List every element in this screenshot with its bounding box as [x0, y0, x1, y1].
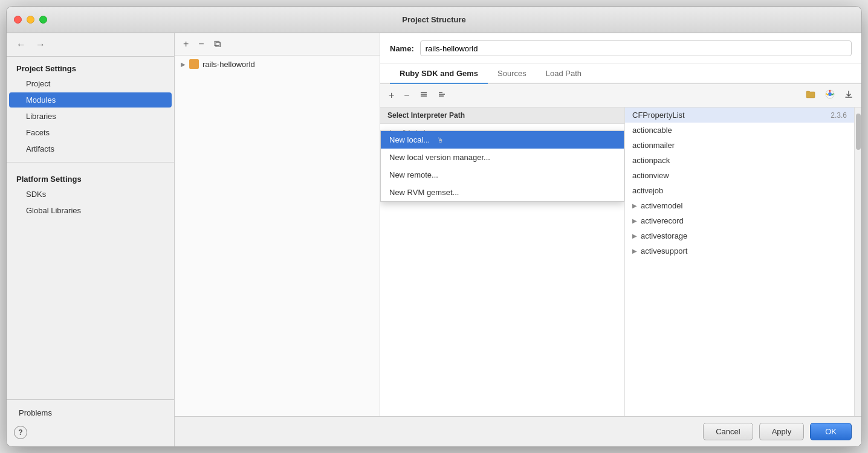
gem-name: actionmailer	[632, 141, 847, 150]
gem-expand-icon: ▶	[632, 248, 637, 254]
gem-item[interactable]: ▶ activestorage	[625, 228, 854, 243]
tab-ruby-sdk[interactable]: Ruby SDK and Gems	[390, 64, 488, 84]
name-row: Name:	[380, 33, 861, 64]
project-settings-header: Project Settings	[7, 57, 174, 76]
module-arrow-icon: ▶	[181, 61, 186, 68]
sidebar-nav: ← →	[7, 33, 174, 57]
svg-line-9	[826, 94, 829, 95]
gem-item[interactable]: actionview	[625, 168, 854, 183]
sdk-panel: Select Interpreter Path /usr/bin/ruby Ne…	[380, 108, 861, 416]
gem-name: activejob	[632, 186, 847, 195]
svg-line-10	[832, 94, 834, 95]
move-up-icon	[419, 90, 428, 98]
module-name: rails-helloworld	[202, 60, 255, 69]
gem-item[interactable]: actioncable	[625, 123, 854, 138]
gem-name: actioncable	[632, 126, 847, 135]
back-button[interactable]: ←	[14, 38, 28, 51]
gems-list: CFPropertyList 2.3.6 actioncable actionm…	[625, 108, 854, 416]
dropdown-item-new-rvm[interactable]: New RVM gemset...	[381, 184, 624, 201]
gem-expand-icon: ▶	[632, 233, 637, 239]
maximize-button[interactable]	[39, 16, 47, 24]
module-folder-icon	[189, 59, 199, 69]
interpreter-dropdown[interactable]: New local... 🖱 New local version manager…	[380, 130, 624, 202]
gem-item[interactable]: actionmailer	[625, 138, 854, 153]
tab-load-path[interactable]: Load Path	[536, 64, 591, 84]
close-button[interactable]	[14, 16, 22, 24]
ok-button[interactable]: OK	[810, 423, 852, 440]
module-item[interactable]: ▶ rails-helloworld	[175, 56, 380, 72]
titlebar: Project Structure	[7, 7, 861, 33]
cancel-button[interactable]: Cancel	[703, 423, 753, 440]
sidebar: ← → Project Settings Project Modules Lib…	[7, 33, 175, 446]
sidebar-item-global-libraries[interactable]: Global Libraries	[9, 203, 172, 218]
sidebar-divider-2	[7, 399, 174, 400]
chrome-icon	[825, 89, 835, 99]
sdk-chrome-button[interactable]	[821, 88, 838, 103]
sidebar-item-modules[interactable]: Modules	[9, 92, 172, 108]
gem-name: actionpack	[632, 156, 847, 165]
sidebar-item-libraries[interactable]: Libraries	[9, 109, 172, 124]
copy-module-button[interactable]: ⧉	[210, 37, 224, 51]
sdk-move-down-button[interactable]	[434, 88, 450, 103]
sidebar-item-sdks[interactable]: SDKs	[9, 187, 172, 202]
gem-item[interactable]: actionpack	[625, 153, 854, 168]
module-toolbar: + − ⧉	[175, 33, 380, 56]
gem-name: activemodel	[641, 201, 847, 210]
dropdown-item-new-local-version[interactable]: New local version manager...	[381, 149, 624, 166]
main-panel: + − ⧉ ▶ rails-helloworld	[175, 33, 861, 446]
sidebar-item-problems[interactable]: Problems	[9, 405, 172, 420]
sdk-remove-button[interactable]: −	[400, 88, 413, 103]
gems-section: CFPropertyList 2.3.6 actioncable actionm…	[624, 108, 854, 416]
sidebar-divider	[7, 162, 174, 162]
gem-item[interactable]: CFPropertyList 2.3.6	[625, 108, 854, 123]
dropdown-item-new-remote[interactable]: New remote...	[381, 166, 624, 184]
sidebar-item-project[interactable]: Project	[9, 76, 172, 91]
remove-module-button[interactable]: −	[195, 37, 207, 51]
scrollbar-track[interactable]	[854, 108, 861, 416]
gem-expand-icon: ▶	[632, 217, 637, 224]
gem-name: CFPropertyList	[632, 111, 827, 120]
gem-name: actionview	[632, 171, 847, 180]
gem-item[interactable]: ▶ activesupport	[625, 243, 854, 259]
gem-name: activerecord	[641, 216, 847, 225]
sidebar-item-facets[interactable]: Facets	[9, 125, 172, 140]
minimize-button[interactable]	[27, 16, 34, 24]
right-panel: Name: Ruby SDK and Gems Sources Load Pat…	[380, 33, 861, 416]
svg-point-7	[828, 92, 832, 96]
sdk-toolbar: + −	[380, 84, 861, 108]
move-down-icon	[438, 90, 446, 98]
platform-settings-header: Platform Settings	[7, 167, 174, 186]
tab-sources[interactable]: Sources	[488, 64, 536, 84]
name-input[interactable]	[420, 40, 852, 56]
traffic-lights	[14, 16, 47, 24]
module-list-section: + − ⧉ ▶ rails-helloworld	[175, 33, 380, 416]
gem-item[interactable]: activejob	[625, 183, 854, 198]
interpreter-section: Select Interpreter Path /usr/bin/ruby Ne…	[380, 108, 624, 416]
module-list: ▶ rails-helloworld	[175, 56, 380, 416]
gem-item[interactable]: ▶ activemodel	[625, 198, 854, 213]
scrollbar-thumb[interactable]	[856, 114, 861, 150]
bottom-bar: Cancel Apply OK	[175, 416, 861, 446]
tabs-row: Ruby SDK and Gems Sources Load Path	[380, 64, 861, 84]
gem-version: 2.3.6	[831, 111, 847, 120]
sdk-download-button[interactable]	[841, 88, 857, 103]
download-icon	[844, 90, 853, 98]
add-module-button[interactable]: +	[180, 37, 192, 51]
sidebar-item-artifacts[interactable]: Artifacts	[9, 141, 172, 156]
window-title: Project Structure	[402, 15, 465, 24]
sdk-move-up-button[interactable]	[416, 88, 432, 103]
apply-button[interactable]: Apply	[759, 423, 805, 440]
sdk-folder-button[interactable]	[802, 88, 819, 103]
gem-name: activesupport	[641, 246, 847, 255]
sdk-add-button[interactable]: +	[385, 88, 398, 103]
interpreter-header: Select Interpreter Path	[380, 108, 624, 124]
name-label: Name:	[390, 44, 414, 53]
forward-button[interactable]: →	[33, 38, 48, 51]
folder-icon	[806, 90, 815, 98]
help-button[interactable]: ?	[14, 426, 27, 439]
gem-item[interactable]: ▶ activerecord	[625, 213, 854, 228]
gem-expand-icon: ▶	[632, 202, 637, 209]
gem-name: activestorage	[641, 231, 847, 240]
dropdown-item-new-local[interactable]: New local... 🖱	[381, 131, 624, 149]
